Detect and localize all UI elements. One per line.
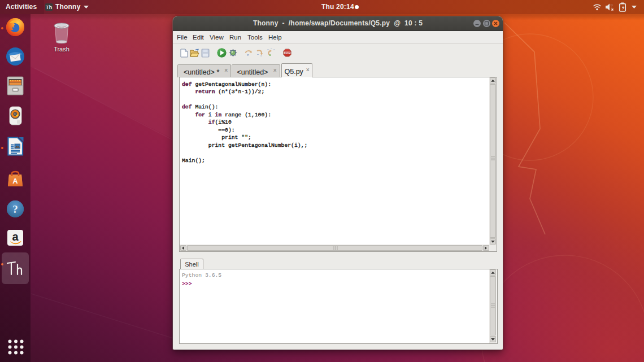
svg-text:a: a	[12, 230, 19, 243]
svg-text:A: A	[12, 177, 18, 185]
svg-text:STOP: STOP	[285, 51, 290, 54]
svg-text:Th: Th	[46, 5, 52, 10]
svg-text:?: ?	[12, 203, 18, 215]
